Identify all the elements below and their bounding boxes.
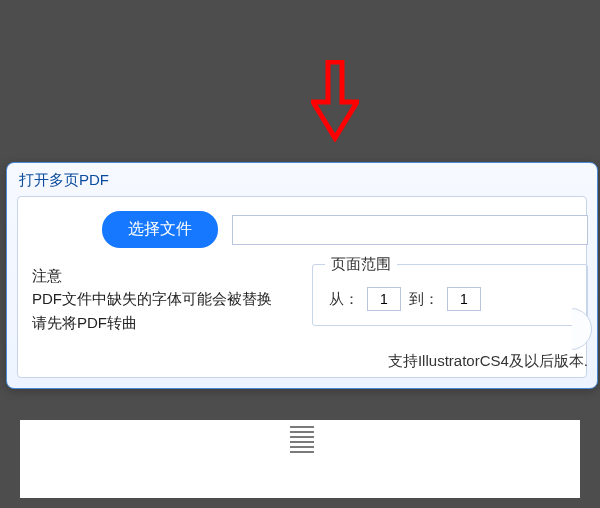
document-icon bbox=[290, 426, 314, 458]
from-label: 从： bbox=[329, 290, 359, 309]
notice-line: 请先将PDF转曲 bbox=[32, 311, 298, 334]
page-from-input[interactable] bbox=[367, 287, 401, 311]
notice-block: 注意 PDF文件中缺失的字体可能会被替换 请先将PDF转曲 bbox=[32, 264, 298, 334]
dialog-body: 选择文件 注意 PDF文件中缺失的字体可能会被替换 请先将PDF转曲 页面范围 … bbox=[17, 196, 587, 378]
file-path-input[interactable] bbox=[232, 215, 588, 245]
open-multipage-pdf-dialog: 打开多页PDF 选择文件 注意 PDF文件中缺失的字体可能会被替换 请先将PDF… bbox=[6, 162, 598, 389]
notice-heading: 注意 bbox=[32, 264, 298, 287]
select-file-button[interactable]: 选择文件 bbox=[102, 211, 218, 248]
page-range-legend: 页面范围 bbox=[325, 255, 397, 274]
page-range-fieldset: 页面范围 从： 到： bbox=[312, 264, 588, 326]
dialog-title: 打开多页PDF bbox=[7, 163, 597, 196]
page-to-input[interactable] bbox=[447, 287, 481, 311]
to-label: 到： bbox=[409, 290, 439, 309]
notice-line: PDF文件中缺失的字体可能会被替换 bbox=[32, 287, 298, 310]
support-text: 支持IllustratorCS4及以后版本. bbox=[388, 352, 588, 371]
